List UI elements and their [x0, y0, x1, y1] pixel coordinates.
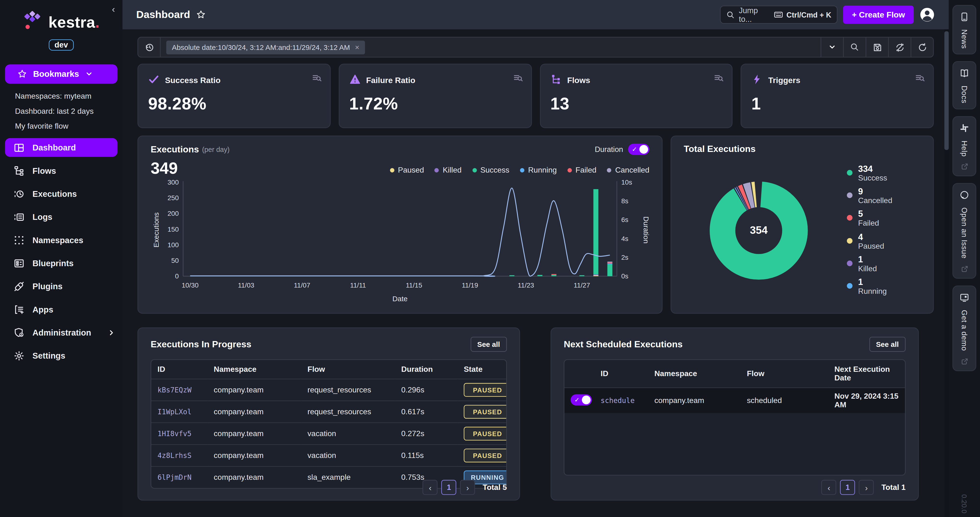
- stat-card-flows[interactable]: Flows13: [540, 64, 733, 128]
- filter-search-button[interactable]: [843, 37, 866, 57]
- search-icon: [726, 10, 735, 19]
- legend-item-cancelled[interactable]: Cancelled: [607, 165, 649, 174]
- table-header-row: IDNamespaceFlowNext Execution Date: [565, 360, 905, 388]
- donut-legend-item-success[interactable]: 334Success: [847, 164, 920, 183]
- stat-card-failure-ratio[interactable]: Failure Ratio1.72%: [339, 64, 531, 128]
- donut-legend-item-failed[interactable]: 5Failed: [847, 209, 920, 228]
- sidebar-item-logs[interactable]: Logs: [5, 207, 118, 226]
- favorite-star-icon[interactable]: [196, 10, 206, 19]
- auto-refresh-off-button[interactable]: [888, 37, 911, 57]
- scheduled-table: IDNamespaceFlowNext Execution Date✓sched…: [565, 360, 905, 413]
- external-link-icon: [960, 357, 969, 366]
- table-row[interactable]: I1WpLXolcompany.teamrequest_resources0.6…: [151, 401, 506, 423]
- date-filter-chip[interactable]: Absolute date:10/30/24, 3:12 AM:and:11/2…: [166, 40, 365, 54]
- svg-text:Duration: Duration: [642, 216, 650, 243]
- row-enabled-toggle[interactable]: ✓: [571, 394, 592, 405]
- chevron-right-icon: [108, 329, 115, 336]
- chip-close-icon[interactable]: ×: [355, 43, 360, 51]
- page-number-button[interactable]: 1: [840, 480, 855, 495]
- sidebar-collapse-icon[interactable]: ‹: [112, 4, 115, 14]
- bookmark-link-namespaces-myteam[interactable]: Namespaces: myteam: [15, 92, 123, 100]
- prev-page-button[interactable]: ‹: [821, 480, 836, 495]
- trigger-id-cell[interactable]: schedule: [595, 388, 648, 413]
- list-search-icon[interactable]: [312, 73, 322, 83]
- sidebar-item-dashboard[interactable]: Dashboard: [5, 138, 118, 157]
- user-avatar[interactable]: [919, 7, 935, 22]
- prev-page-button[interactable]: ‹: [423, 480, 438, 495]
- list-search-icon[interactable]: [915, 73, 925, 83]
- rail-button-news[interactable]: News: [952, 5, 976, 54]
- legend-item-failed[interactable]: Failed: [567, 165, 597, 174]
- sidebar-item-executions[interactable]: Executions: [5, 185, 118, 203]
- refresh-button[interactable]: [911, 37, 933, 57]
- rail-button-docs[interactable]: Docs: [952, 61, 976, 109]
- news-icon: [959, 12, 969, 24]
- svg-text:11/15: 11/15: [406, 282, 422, 289]
- external-link-icon: [960, 163, 969, 171]
- list-search-icon[interactable]: [513, 73, 523, 83]
- namespace-cell: company.team: [648, 388, 741, 413]
- scrollbar-track[interactable]: [945, 29, 949, 517]
- bookmark-link-dashboard-last-2-days[interactable]: Dashboard: last 2 days: [15, 107, 123, 115]
- sidebar-item-administration[interactable]: Administration: [5, 323, 118, 342]
- filter-save-button[interactable]: [866, 37, 888, 57]
- plugins-icon: [13, 281, 24, 291]
- in-progress-see-all-button[interactable]: See all: [470, 337, 507, 352]
- create-flow-button[interactable]: + Create Flow: [843, 6, 914, 24]
- donut-legend-item-paused[interactable]: 4Paused: [847, 232, 920, 251]
- sidebar-item-plugins[interactable]: Plugins: [5, 277, 118, 296]
- bookmark-link-my-favorite-flow[interactable]: My favorite flow: [15, 122, 123, 130]
- toggle-cell: ✓: [565, 388, 595, 413]
- execution-id-link[interactable]: 6lPjmDrN: [151, 466, 207, 488]
- svg-text:200: 200: [167, 210, 179, 217]
- column-header-flow: Flow: [741, 360, 828, 388]
- donut-legend-value: 1: [858, 254, 877, 264]
- in-progress-total: Total 5: [482, 483, 507, 492]
- kestra-logo[interactable]: kestra.: [0, 10, 123, 34]
- execution-id-link[interactable]: 1HI8vfv5: [151, 423, 207, 444]
- filter-history-button[interactable]: [138, 37, 161, 57]
- table-header-row: IDNamespaceFlowDurationState: [151, 360, 506, 379]
- donut-legend-item-killed[interactable]: 1Killed: [847, 254, 920, 273]
- state-cell: PAUSED: [458, 379, 506, 401]
- filter-expand-button[interactable]: [821, 37, 843, 57]
- duration-toggle[interactable]: ✓: [628, 144, 649, 155]
- table-body: kBs7EQzWcompany.teamrequest_resources0.2…: [151, 379, 506, 488]
- legend-item-running[interactable]: Running: [520, 165, 557, 174]
- next-page-button[interactable]: ›: [460, 480, 475, 495]
- legend-item-killed[interactable]: Killed: [434, 165, 461, 174]
- scrollbar-thumb[interactable]: [945, 31, 949, 150]
- bookmarks-button[interactable]: Bookmarks: [5, 64, 118, 84]
- list-search-icon[interactable]: [714, 73, 724, 83]
- donut-legend-item-running[interactable]: 1Running: [847, 277, 920, 296]
- sidebar-item-blueprints[interactable]: Blueprints: [5, 254, 118, 272]
- stat-value: 1: [751, 94, 923, 114]
- search-input[interactable]: Jump to... Ctrl/Cmd + K: [720, 6, 837, 24]
- legend-item-success[interactable]: Success: [472, 165, 509, 174]
- sidebar-item-namespaces[interactable]: Namespaces: [5, 231, 118, 250]
- filter-chip-area[interactable]: Absolute date:10/30/24, 3:12 AM:and:11/2…: [161, 37, 821, 57]
- table-row[interactable]: kBs7EQzWcompany.teamrequest_resources0.2…: [151, 379, 506, 401]
- sidebar-item-apps[interactable]: Apps: [5, 300, 118, 319]
- table-row[interactable]: ✓schedulecompany.teamscheduledNov 29, 20…: [565, 388, 905, 413]
- execution-id-link[interactable]: 4z8LrhsS: [151, 444, 207, 466]
- chevron-down-icon: [85, 70, 92, 78]
- rail-button-open-an-issue[interactable]: Open an Issue: [952, 183, 976, 279]
- rail-button-get-a-demo[interactable]: Get a demo: [952, 286, 976, 371]
- donut-legend-item-cancelled[interactable]: 9Cancelled: [847, 186, 920, 205]
- execution-id-link[interactable]: kBs7EQzW: [151, 379, 207, 401]
- legend-item-paused[interactable]: Paused: [390, 165, 424, 174]
- sidebar-item-settings[interactable]: Settings: [5, 346, 118, 365]
- execution-id-link[interactable]: I1WpLXol: [151, 401, 207, 423]
- stat-card-success-ratio[interactable]: Success Ratio98.28%: [138, 64, 331, 128]
- sidebar-item-flows[interactable]: Flows: [5, 161, 118, 180]
- svg-text:100: 100: [167, 241, 179, 249]
- scheduled-see-all-button[interactable]: See all: [869, 337, 905, 352]
- status-badge: PAUSED: [464, 427, 507, 441]
- next-page-button[interactable]: ›: [859, 480, 874, 495]
- stat-card-triggers[interactable]: Triggers1: [741, 64, 934, 128]
- table-row[interactable]: 4z8LrhsScompany.teamvacation0.115sPAUSED: [151, 444, 506, 466]
- table-row[interactable]: 1HI8vfv5company.teamvacation0.272sPAUSED: [151, 423, 506, 444]
- rail-button-help[interactable]: Help: [952, 116, 976, 177]
- page-number-button[interactable]: 1: [442, 480, 457, 495]
